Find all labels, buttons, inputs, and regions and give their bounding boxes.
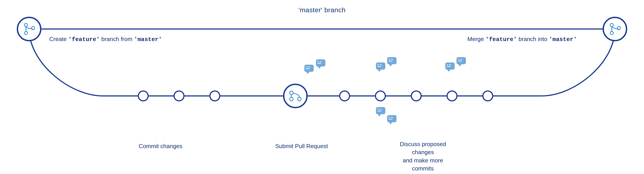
svg-marker-46 (378, 114, 381, 116)
svg-rect-52 (388, 117, 390, 118)
svg-marker-41 (389, 64, 392, 67)
svg-point-15 (284, 84, 307, 107)
svg-point-13 (174, 91, 184, 101)
svg-rect-57 (447, 64, 448, 65)
svg-rect-47 (377, 109, 379, 110)
svg-rect-34 (317, 63, 321, 64)
svg-rect-42 (388, 59, 390, 60)
svg-point-12 (138, 91, 148, 101)
svg-rect-48 (380, 109, 382, 110)
svg-point-22 (411, 91, 421, 101)
create-branch-label: Create 'feature' branch from 'master' (49, 36, 162, 43)
svg-rect-33 (320, 61, 322, 62)
diagram-container: .line-main { stroke: #1a3a8f; stroke-wid… (0, 0, 644, 174)
commit-changes-label: Commit changes (139, 143, 182, 150)
svg-rect-54 (388, 119, 392, 120)
svg-rect-39 (377, 66, 381, 67)
submit-pr-label: Submit Pull Request (275, 143, 328, 150)
svg-point-7 (603, 17, 626, 41)
svg-rect-44 (388, 61, 392, 62)
svg-rect-62 (458, 59, 460, 60)
discuss-label: Discuss proposed changesand make more co… (392, 140, 454, 173)
merge-branch-label: Merge 'feature' branch into 'master' (468, 36, 577, 43)
svg-point-2 (18, 17, 41, 41)
svg-rect-32 (317, 61, 319, 62)
svg-marker-26 (306, 72, 309, 74)
svg-rect-58 (449, 64, 451, 65)
svg-rect-28 (308, 67, 310, 67)
svg-marker-31 (318, 67, 321, 69)
svg-marker-36 (378, 70, 381, 72)
svg-point-23 (447, 91, 457, 101)
svg-rect-59 (447, 66, 451, 67)
svg-point-21 (376, 91, 385, 101)
svg-marker-61 (458, 64, 462, 67)
svg-point-14 (210, 91, 220, 101)
svg-rect-63 (460, 59, 462, 60)
svg-rect-53 (391, 117, 393, 118)
master-branch-label: 'master' branch (298, 6, 346, 14)
svg-rect-64 (458, 61, 462, 62)
svg-point-24 (483, 91, 493, 101)
svg-rect-49 (377, 111, 381, 111)
svg-rect-38 (380, 64, 382, 65)
svg-rect-27 (306, 67, 308, 67)
svg-rect-29 (306, 68, 310, 69)
svg-point-20 (340, 91, 350, 101)
svg-marker-56 (447, 70, 450, 72)
svg-marker-51 (389, 122, 392, 124)
svg-rect-37 (377, 64, 379, 65)
svg-rect-43 (391, 59, 393, 60)
